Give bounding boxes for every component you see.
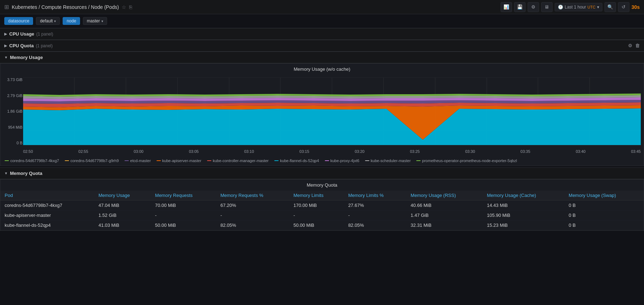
legend-label-8: prometheus-operator-prometheus-node-expo… bbox=[422, 159, 517, 163]
legend-item-8: prometheus-operator-prometheus-node-expo… bbox=[416, 159, 517, 163]
save-button[interactable]: 💾 bbox=[514, 2, 526, 12]
legend-item-1: coredns-54d67798b7-g9rh9 bbox=[65, 159, 119, 163]
memory-requests-pct-2: 82.05% bbox=[216, 220, 289, 230]
refresh-interval[interactable]: 30s bbox=[632, 4, 640, 10]
time-range-label: Last 1 hour bbox=[565, 5, 586, 10]
legend-label-1: coredns-54d67798b7-g9rh9 bbox=[70, 159, 119, 163]
caret-icon: ▾ bbox=[54, 19, 56, 23]
refresh-button[interactable]: ↺ bbox=[618, 2, 629, 12]
memory-requests-pct-0: 67.20% bbox=[216, 200, 289, 210]
zoom-out-icon: 🔍 bbox=[607, 4, 613, 10]
y-label-3: 954 MiB bbox=[8, 125, 22, 129]
legend-item-7: kube-scheduler-master bbox=[365, 159, 411, 163]
chevron-down-icon: ▼ bbox=[4, 55, 8, 59]
settings-icon[interactable]: ⚙ bbox=[628, 43, 632, 48]
legend-item-4: kube-controller-manager-master bbox=[207, 159, 269, 163]
share-icon[interactable]: ⎘ bbox=[129, 4, 132, 10]
settings-button[interactable]: ⚙ bbox=[528, 2, 539, 12]
x-label-8: 03:30 bbox=[465, 149, 475, 154]
memory-usage-section-header[interactable]: ▼ Memory Usage bbox=[0, 52, 644, 63]
node-filter[interactable]: node bbox=[63, 17, 80, 25]
cpu-usage-label: CPU Usage bbox=[9, 31, 34, 37]
save-icon: 💾 bbox=[517, 4, 523, 10]
display-button[interactable]: 🖥 bbox=[541, 2, 553, 12]
page-title: Kubernetes / Compute Resources / Node (P… bbox=[12, 4, 119, 10]
col-pod[interactable]: Pod bbox=[0, 191, 94, 200]
legend-label-2: etcd-master bbox=[130, 159, 151, 163]
legend-color-2 bbox=[125, 160, 129, 161]
x-label-10: 03:40 bbox=[576, 149, 586, 154]
filterbar: datasource default ▾ node master ▾ bbox=[0, 14, 644, 28]
node-label: node bbox=[67, 18, 76, 23]
legend-item-2: etcd-master bbox=[125, 159, 151, 163]
zoom-out-button[interactable]: 🔍 bbox=[605, 2, 616, 12]
header-row: Pod Memory Usage Memory Requests Memory … bbox=[0, 191, 644, 200]
col-memory-limits-pct[interactable]: Memory Limits % bbox=[344, 191, 406, 200]
memory-requests-0: 70.00 MiB bbox=[151, 200, 216, 210]
table-row: kube-flannel-ds-52qp4 41.03 MiB 50.00 Mi… bbox=[0, 220, 644, 230]
x-label-1: 02:55 bbox=[78, 149, 88, 154]
memory-usage-0: 47.04 MiB bbox=[94, 200, 151, 210]
table-body: coredns-54d67798b7-4kxg7 47.04 MiB 70.00… bbox=[0, 200, 644, 230]
memory-limits-2: 50.00 MiB bbox=[289, 220, 344, 230]
legend-item-0: coredns-54d67798b7-4kxg7 bbox=[5, 159, 59, 163]
memory-quota-section-header[interactable]: ▼ Memory Quota bbox=[0, 167, 644, 179]
memory-usage-2: 41.03 MiB bbox=[94, 220, 151, 230]
datasource-filter[interactable]: datasource bbox=[4, 17, 33, 25]
col-memory-usage-cache[interactable]: Memory Usage (Cache) bbox=[482, 191, 564, 200]
topbar-left: ⊞ Kubernetes / Compute Resources / Node … bbox=[4, 4, 132, 10]
cpu-usage-section-header[interactable]: ▶ CPU Usage (1 panel) bbox=[0, 28, 644, 40]
chart-legend: coredns-54d67798b7-4kxg7 coredns-54d6779… bbox=[0, 156, 644, 166]
memory-rss-1: 1.47 GiB bbox=[406, 210, 482, 220]
memory-quota-label: Memory Quota bbox=[10, 171, 42, 176]
memory-cache-0: 14.43 MiB bbox=[482, 200, 564, 210]
memory-requests-1: - bbox=[151, 210, 216, 220]
cpu-quota-section-header[interactable]: ▶ CPU Quota (1 panel) ⚙ 🗑 bbox=[0, 40, 644, 52]
clock-icon: 🕐 bbox=[558, 5, 563, 10]
default-filter[interactable]: default ▾ bbox=[36, 17, 60, 25]
memory-swap-2: 0 B bbox=[564, 220, 644, 230]
legend-label-3: kube-apiserver-master bbox=[162, 159, 201, 163]
topbar: ⊞ Kubernetes / Compute Resources / Node … bbox=[0, 0, 644, 14]
memory-usage-chart-panel: Memory Usage (w/o cache) 3.73 GiB 2.79 G… bbox=[0, 63, 644, 166]
legend-color-6 bbox=[325, 160, 329, 161]
table-row: coredns-54d67798b7-4kxg7 47.04 MiB 70.00… bbox=[0, 200, 644, 210]
pod-name-2: kube-flannel-ds-52qp4 bbox=[0, 220, 94, 230]
star-icon[interactable]: ☆ bbox=[122, 4, 126, 10]
legend-item-5: kube-flannel-ds-52qp4 bbox=[274, 159, 319, 163]
time-range-selector[interactable]: 🕐 Last 1 hour UTC ▾ bbox=[555, 3, 602, 11]
cpu-usage-panel-count: (1 panel) bbox=[36, 32, 53, 37]
chart-area: 3.73 GiB 2.79 GiB 1.86 GiB 954 MiB 0 B bbox=[0, 75, 644, 149]
x-label-7: 03:25 bbox=[410, 149, 420, 154]
memory-requests-pct-1: - bbox=[216, 210, 289, 220]
col-memory-requests[interactable]: Memory Requests bbox=[151, 191, 216, 200]
col-memory-limits[interactable]: Memory Limits bbox=[289, 191, 344, 200]
memory-limits-1: - bbox=[289, 210, 344, 220]
legend-label-5: kube-flannel-ds-52qp4 bbox=[280, 159, 319, 163]
svg-marker-16 bbox=[23, 108, 641, 145]
x-label-2: 03:00 bbox=[134, 149, 144, 154]
x-label-0: 02:50 bbox=[23, 149, 33, 154]
x-label-3: 03:05 bbox=[189, 149, 199, 154]
chart-add-icon: 📊 bbox=[503, 4, 509, 10]
col-memory-requests-pct[interactable]: Memory Requests % bbox=[216, 191, 289, 200]
add-panel-button[interactable]: 📊 bbox=[501, 2, 512, 12]
memory-usage-label: Memory Usage bbox=[10, 55, 43, 60]
legend-color-8 bbox=[416, 160, 421, 161]
x-axis-labels: 02:50 02:55 03:00 03:05 03:10 03:15 03:2… bbox=[0, 149, 644, 156]
memory-cache-2: 15.23 MiB bbox=[482, 220, 564, 230]
datasource-label: datasource bbox=[8, 18, 29, 23]
memory-usage-1: 1.52 GiB bbox=[94, 210, 151, 220]
caret-icon: ▾ bbox=[597, 5, 599, 10]
memory-swap-1: 0 B bbox=[564, 210, 644, 220]
master-filter[interactable]: master ▾ bbox=[83, 17, 107, 25]
delete-icon[interactable]: 🗑 bbox=[635, 43, 640, 48]
y-label-2: 1.86 GiB bbox=[7, 109, 22, 113]
display-icon: 🖥 bbox=[544, 4, 549, 10]
col-memory-usage-swap[interactable]: Memory Usage (Swap) bbox=[564, 191, 644, 200]
col-memory-usage-rss[interactable]: Memory Usage (RSS) bbox=[406, 191, 482, 200]
x-label-4: 03:10 bbox=[244, 149, 254, 154]
gear-icon: ⚙ bbox=[531, 4, 535, 10]
col-memory-usage[interactable]: Memory Usage bbox=[94, 191, 151, 200]
y-label-4: 0 B bbox=[16, 141, 22, 145]
